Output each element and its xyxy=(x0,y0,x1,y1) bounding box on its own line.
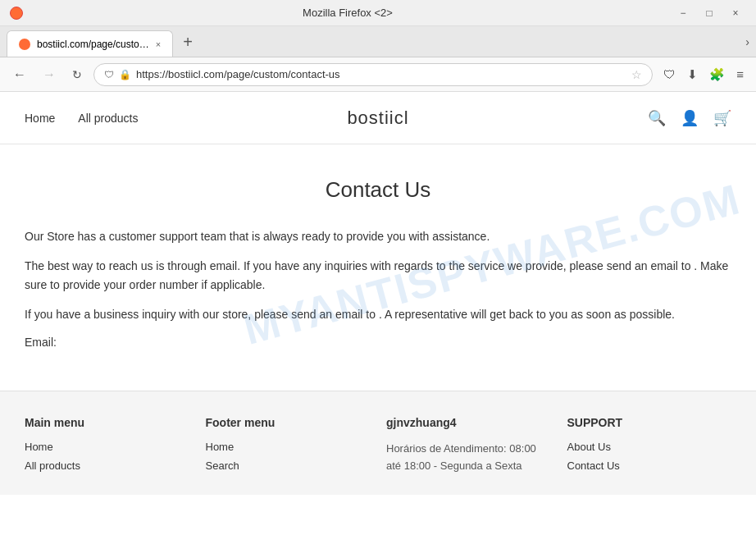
page-content: Contact Us Our Store has a customer supp… xyxy=(0,144,756,391)
email-label: Email: xyxy=(25,336,731,349)
footer-footer-menu-title: Footer menu xyxy=(206,416,371,429)
address-bar: ← → ↻ 🛡 🔒 https://bostiicl.com/page/cust… xyxy=(0,57,756,92)
page-title: Contact Us xyxy=(25,177,731,203)
footer-footer-menu: Footer menu Home Search xyxy=(206,416,371,478)
site-nav-area: Home All products bostiicl 🔍 👤 🛒 MYANTIS… xyxy=(0,92,756,144)
toolbar-menu-icon[interactable]: ≡ xyxy=(732,65,748,84)
tab-overflow-button[interactable]: › xyxy=(745,35,749,48)
site-footer: Main menu Home All products Footer menu … xyxy=(0,391,756,495)
titlebar-controls[interactable]: − □ × xyxy=(672,4,746,22)
footer-main-menu: Main menu Home All products xyxy=(25,416,189,478)
toolbar-shield-icon[interactable]: 🛡 xyxy=(659,65,680,84)
site-nav-right: 🔍 👤 🛒 xyxy=(648,109,731,127)
cart-icon-button[interactable]: 🛒 xyxy=(713,109,731,127)
nav-all-products-link[interactable]: All products xyxy=(78,112,138,125)
tab-close-icon[interactable]: × xyxy=(156,39,161,49)
browser-titlebar: Mozilla Firefox <2> − □ × xyxy=(0,0,756,26)
toolbar-download-icon[interactable]: ⬇ xyxy=(683,65,702,85)
active-tab[interactable]: bostiicl.com/page/custo… × xyxy=(7,30,173,57)
site-nav-left: Home All products xyxy=(25,112,139,125)
minimize-button[interactable]: − xyxy=(672,4,694,22)
footer-support-col: SUPPORT About Us Contact Us xyxy=(567,416,732,478)
footer-main-allproducts-link[interactable]: All products xyxy=(25,460,189,472)
titlebar-left xyxy=(10,7,23,20)
content-paragraph-3: If you have a business inquiry with our … xyxy=(25,305,730,323)
tab-bar: bostiicl.com/page/custo… × + › xyxy=(0,26,756,57)
browser-title: Mozilla Firefox <2> xyxy=(23,7,672,19)
maximize-button[interactable]: □ xyxy=(699,4,720,22)
bookmark-icon[interactable]: ☆ xyxy=(631,68,642,81)
search-icon-button[interactable]: 🔍 xyxy=(648,109,666,127)
lock-icon: 🔒 xyxy=(119,69,131,80)
footer-about-us-link[interactable]: About Us xyxy=(567,441,732,453)
toolbar-extensions-icon[interactable]: 🧩 xyxy=(705,65,729,85)
footer-footer-home-link[interactable]: Home xyxy=(206,441,371,453)
footer-info-text: Horários de Atendimento: 08:00 até 18:00… xyxy=(386,441,551,475)
new-tab-button[interactable]: + xyxy=(178,34,198,50)
account-icon-button[interactable]: 👤 xyxy=(681,109,699,127)
footer-contact-us-link[interactable]: Contact Us xyxy=(567,460,732,472)
content-paragraph-1: Our Store has a customer support team th… xyxy=(25,227,730,245)
footer-main-home-link[interactable]: Home xyxy=(25,441,189,453)
close-window-button[interactable]: × xyxy=(725,4,746,22)
footer-support-title: SUPPORT xyxy=(567,416,732,429)
url-text: https://bostiicl.com/page/custom/contact… xyxy=(136,68,626,80)
security-shield-icon: 🛡 xyxy=(104,69,114,80)
nav-home-link[interactable]: Home xyxy=(25,112,55,125)
footer-main-menu-title: Main menu xyxy=(25,416,189,429)
site-logo: bostiicl xyxy=(347,107,408,129)
footer-info-title: gjnvzhuang4 xyxy=(386,416,551,429)
footer-info-col: gjnvzhuang4 Horários de Atendimento: 08:… xyxy=(386,416,551,478)
toolbar-icons: 🛡 ⬇ 🧩 ≡ xyxy=(659,65,748,85)
reload-button[interactable]: ↻ xyxy=(67,65,87,85)
site-nav: Home All products bostiicl 🔍 👤 🛒 xyxy=(0,92,756,144)
tab-bar-right: › xyxy=(745,35,749,48)
content-paragraph-2: The best way to reach us is through emai… xyxy=(25,257,730,294)
url-bar[interactable]: 🛡 🔒 https://bostiicl.com/page/custom/con… xyxy=(93,63,653,86)
forward-button[interactable]: → xyxy=(38,64,61,85)
tab-label: bostiicl.com/page/custo… xyxy=(37,39,149,50)
tab-favicon-icon xyxy=(19,39,30,50)
back-button[interactable]: ← xyxy=(8,64,31,85)
firefox-logo-icon xyxy=(10,7,23,20)
footer-footer-search-link[interactable]: Search xyxy=(206,460,371,472)
